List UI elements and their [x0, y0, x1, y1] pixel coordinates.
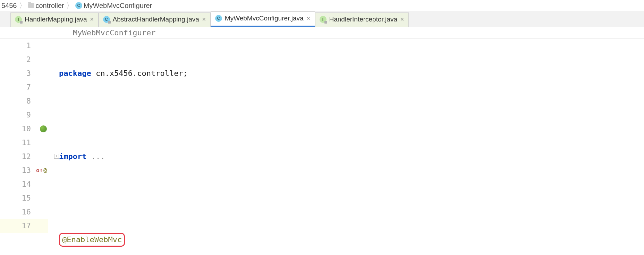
tab-label: MyWebMvcConfigurer.java — [225, 15, 304, 22]
breadcrumb-folder[interactable]: controller — [28, 2, 64, 10]
override-icon[interactable]: o↑ — [36, 164, 43, 177]
package-name: cn.x5456.controller; — [91, 69, 188, 78]
line-number: 3 — [0, 67, 48, 80]
code-line[interactable] — [59, 108, 644, 122]
code-line[interactable]: +import ... — [59, 150, 644, 164]
tab-my-web-mvc-configurer[interactable]: C MyWebMvcConfigurer.java ✕ — [211, 11, 315, 27]
folder-icon — [28, 3, 34, 8]
close-icon[interactable]: ✕ — [306, 16, 311, 21]
editor-tabs: I HandlerMapping.java ✕ C AbstractHandle… — [0, 11, 644, 27]
breadcrumb-folder-label: controller — [36, 2, 64, 10]
code-line[interactable]: package cn.x5456.controller; — [59, 67, 644, 80]
line-number: 7 — [0, 80, 48, 94]
breadcrumb-class[interactable]: C MyWebMvcConfigurer — [75, 2, 152, 10]
class-icon: C — [103, 16, 110, 23]
breadcrumb-root-label: 5456 — [1, 2, 17, 10]
tab-label: HandlerMapping.java — [25, 16, 87, 23]
line-number: 9 — [0, 108, 48, 122]
interface-icon: I — [320, 16, 327, 23]
line-number: 10 — [0, 122, 48, 136]
highlight-box: @EnableWebMvc — [59, 233, 125, 247]
tab-handler-interceptor[interactable]: I HandlerInterceptor.java ✕ — [315, 12, 409, 27]
line-number: 13 o↑ @ — [0, 164, 48, 177]
breadcrumb-sep-icon: 〉 — [19, 1, 26, 10]
line-number: 15 — [0, 191, 48, 205]
code-line[interactable]: @EnableWebMvc — [59, 233, 644, 247]
class-icon: C — [75, 2, 82, 9]
editor-context: MyWebMvcConfigurer — [0, 27, 644, 39]
tab-label: AbstractHandlerMapping.java — [113, 16, 199, 23]
fold-icon[interactable]: + — [54, 154, 59, 159]
code-line[interactable] — [59, 191, 644, 205]
breadcrumb-sep-icon: 〉 — [66, 1, 73, 10]
close-icon[interactable]: ✕ — [90, 17, 94, 22]
tab-abstract-handler-mapping[interactable]: C AbstractHandlerMapping.java ✕ — [99, 12, 211, 27]
line-number: 2 — [0, 53, 48, 67]
line-number: 11 — [0, 136, 48, 150]
keyword: import — [59, 152, 86, 161]
annotation: @EnableWebMvc — [62, 235, 122, 244]
keyword: package — [59, 69, 91, 78]
line-number: 16 — [0, 205, 48, 219]
code-editor[interactable]: 1 2 3 7 8 9 10 11 12 13 o↑ @ 14 15 16 17… — [0, 39, 644, 255]
annotation-icon[interactable]: @ — [43, 164, 47, 177]
close-icon[interactable]: ✕ — [400, 17, 404, 22]
close-icon[interactable]: ✕ — [202, 17, 206, 22]
spring-bean-icon[interactable] — [40, 125, 47, 132]
tab-handler-mapping[interactable]: I HandlerMapping.java ✕ — [10, 12, 99, 27]
gutter: 1 2 3 7 8 9 10 11 12 13 o↑ @ 14 15 16 17 — [0, 39, 52, 255]
line-number: 8 — [0, 94, 48, 108]
folded-text[interactable]: ... — [86, 152, 105, 161]
line-number: 12 — [0, 150, 48, 164]
line-number: 1 — [0, 39, 48, 53]
interface-icon: I — [15, 16, 22, 23]
breadcrumb: 5456 〉 controller 〉 C MyWebMvcConfigurer — [0, 0, 644, 11]
class-icon: C — [215, 15, 222, 22]
code-area[interactable]: package cn.x5456.controller; +import ...… — [52, 39, 644, 255]
context-label: MyWebMvcConfigurer — [73, 28, 155, 37]
tab-label: HandlerInterceptor.java — [329, 16, 397, 23]
breadcrumb-root[interactable]: 5456 — [1, 2, 17, 10]
line-number: 14 — [0, 177, 48, 191]
line-number: 17 — [0, 219, 48, 233]
breadcrumb-class-label: MyWebMvcConfigurer — [84, 2, 152, 10]
